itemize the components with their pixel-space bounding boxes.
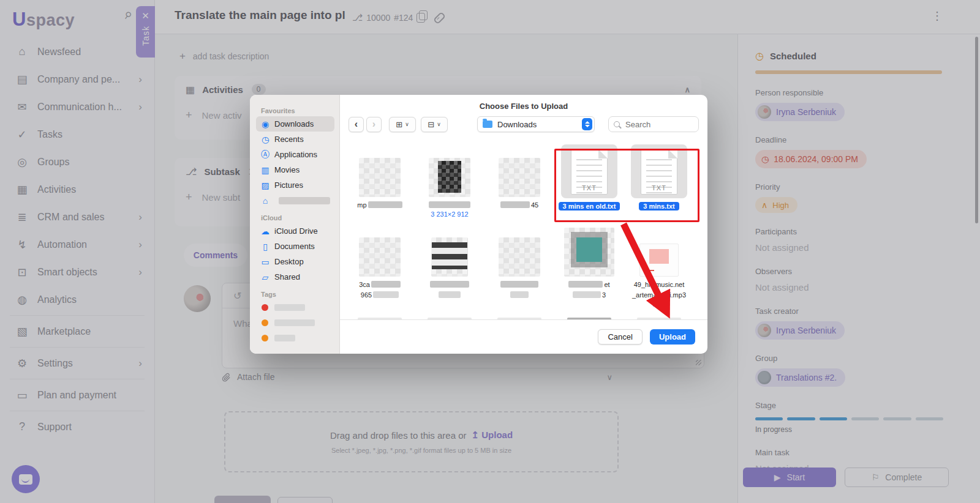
file-meta: 3:39: [652, 300, 665, 308]
icon-view-button[interactable]: ⊞∨: [389, 117, 416, 132]
dialog-sidebar-item[interactable]: ▭ Desktop: [256, 254, 334, 269]
redacted-label: [274, 304, 305, 311]
dialog-title: Choose Files to Upload: [340, 95, 707, 111]
file-item[interactable]: [346, 314, 413, 319]
file-item[interactable]: mp: [346, 144, 413, 218]
dialog-sidebar-item[interactable]: ▥ Movies: [256, 162, 334, 177]
file-grid: mp3 231×2 91245TXT3 mins en old.txtTXT3 …: [340, 136, 707, 319]
file-name-fragment: _artem-...ovii.mp3: [632, 291, 686, 299]
file-thumbnail: [499, 158, 540, 197]
tag-color-dot: [262, 335, 268, 341]
file-thumbnail: [431, 237, 468, 277]
file-name-fragment: mp: [357, 201, 366, 209]
file-thumbnail: [429, 158, 470, 197]
downloads-icon: ◉: [260, 119, 270, 129]
tag-item[interactable]: [256, 300, 334, 315]
tag-color-dot: [262, 304, 268, 311]
redacted-label: [274, 335, 295, 341]
cloud-icon: ☁: [260, 226, 270, 236]
file-picker-dialog: Favourites ◉ Downloads ◷ Recents Ⓐ Appli…: [250, 95, 707, 354]
file-item[interactable]: [625, 314, 693, 319]
file-meta: 3 231×2 912: [431, 211, 468, 218]
tag-item[interactable]: [256, 330, 334, 346]
redacted-label: [279, 197, 330, 204]
redacted-label: [430, 281, 469, 288]
file-name-fragment: 3: [602, 291, 606, 299]
applications-icon: Ⓐ: [260, 149, 270, 160]
file-item[interactable]: 3ca965: [346, 224, 413, 308]
redacted-label: [429, 201, 470, 208]
file-item[interactable]: [486, 314, 553, 319]
txt-file-icon: TXT: [571, 149, 608, 195]
recents-icon: ◷: [260, 135, 270, 144]
dialog-sidebar-item[interactable]: ▨ Pictures: [256, 177, 334, 193]
file-item[interactable]: [416, 224, 483, 308]
back-button[interactable]: ‹: [349, 117, 364, 132]
file-name: 3 mins en old.txt: [559, 202, 620, 211]
location-select[interactable]: Downloads: [477, 116, 595, 132]
redacted-label: [371, 281, 401, 288]
pictures-icon: ▨: [260, 181, 270, 190]
dialog-sidebar-item[interactable]: ◷ Recents: [256, 132, 334, 147]
file-item[interactable]: 49_hitsmusic.net_artem-...ovii.mp33:39: [625, 224, 693, 308]
tag-color-dot: [262, 319, 268, 326]
forward-button[interactable]: ›: [366, 117, 382, 132]
shared-folder-icon: ▱: [260, 272, 270, 282]
tag-item[interactable]: [256, 315, 334, 330]
dialog-sidebar-item[interactable]: ⌂: [256, 193, 334, 208]
file-item[interactable]: [416, 314, 483, 319]
favourites-header: Favourites: [261, 107, 334, 114]
dialog-sidebar-item[interactable]: ☁ iCloud Drive: [256, 223, 334, 239]
document-icon: ▯: [260, 242, 270, 252]
search-icon: [614, 121, 620, 127]
file-thumbnail: [639, 244, 679, 277]
file-name-fragment: 45: [531, 201, 538, 209]
redacted-label: [274, 319, 315, 326]
redacted-label: [368, 201, 402, 208]
txt-file-icon: TXT: [641, 149, 677, 195]
home-icon: ⌂: [260, 196, 270, 206]
movies-icon: ▥: [260, 165, 270, 175]
dialog-sidebar-item[interactable]: ▯ Documents: [256, 239, 334, 254]
file-name-fragment: 49_hitsmusic.net: [634, 281, 685, 288]
redacted-label: [500, 201, 530, 208]
file-item[interactable]: 45: [486, 144, 553, 218]
file-name: 3 mins.txt: [639, 202, 679, 211]
file-thumbnail: [499, 237, 540, 277]
dialog-main: Choose Files to Upload ‹ › ⊞∨ ⊟∨ Downloa…: [340, 95, 707, 354]
file-item[interactable]: [556, 314, 623, 319]
redacted-label: [510, 291, 529, 298]
redacted-label: [568, 281, 603, 288]
file-name-fragment: 965: [361, 291, 372, 299]
file-name-fragment: 3ca: [359, 281, 370, 288]
redacted-label: [439, 291, 461, 298]
upload-button[interactable]: Upload: [650, 329, 695, 345]
folder-icon: [483, 121, 492, 128]
location-value: Downloads: [497, 120, 537, 129]
file-item[interactable]: 3 231×2 912: [416, 144, 483, 218]
stepper-icon: [582, 118, 592, 130]
dialog-sidebar-item[interactable]: ◉ Downloads: [256, 116, 334, 132]
file-thumbnail: [564, 228, 614, 277]
file-item[interactable]: [486, 224, 553, 308]
tags-header: Tags: [261, 291, 334, 298]
dialog-sidebar: Favourites ◉ Downloads ◷ Recents Ⓐ Appli…: [250, 95, 340, 354]
dialog-sidebar-item[interactable]: ▱ Shared: [256, 269, 334, 285]
group-view-button[interactable]: ⊟∨: [421, 117, 448, 132]
search-field[interactable]: [608, 116, 699, 132]
cancel-button[interactable]: Cancel: [598, 329, 642, 345]
redacted-label: [573, 291, 601, 298]
file-item[interactable]: TXT3 mins.txt: [625, 144, 693, 218]
search-input[interactable]: [624, 119, 688, 130]
desktop-icon: ▭: [260, 257, 270, 267]
file-item[interactable]: TXT3 mins en old.txt: [556, 144, 623, 218]
redacted-label: [500, 281, 538, 288]
file-item[interactable]: et3: [556, 224, 623, 308]
icloud-header: iCloud: [261, 214, 334, 222]
file-thumbnail: [359, 158, 401, 197]
file-thumbnail: [359, 237, 401, 277]
dialog-sidebar-item[interactable]: Ⓐ Applications: [256, 147, 334, 162]
file-name-fragment: et: [604, 281, 609, 288]
redacted-label: [373, 291, 399, 298]
